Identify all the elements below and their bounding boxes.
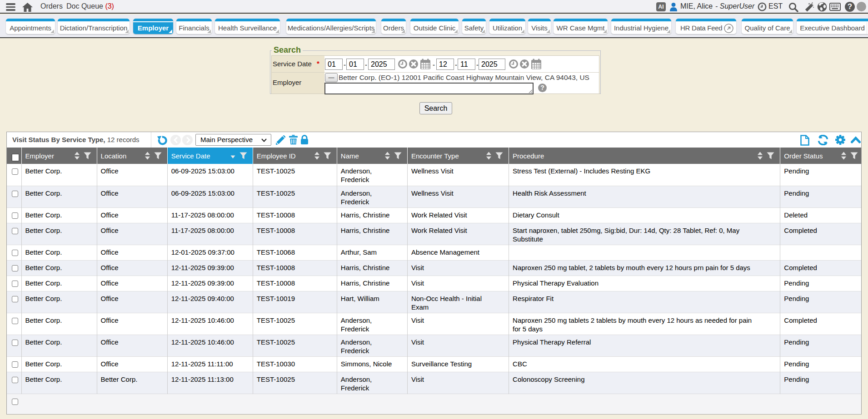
svg-text:?: ? <box>540 84 544 91</box>
